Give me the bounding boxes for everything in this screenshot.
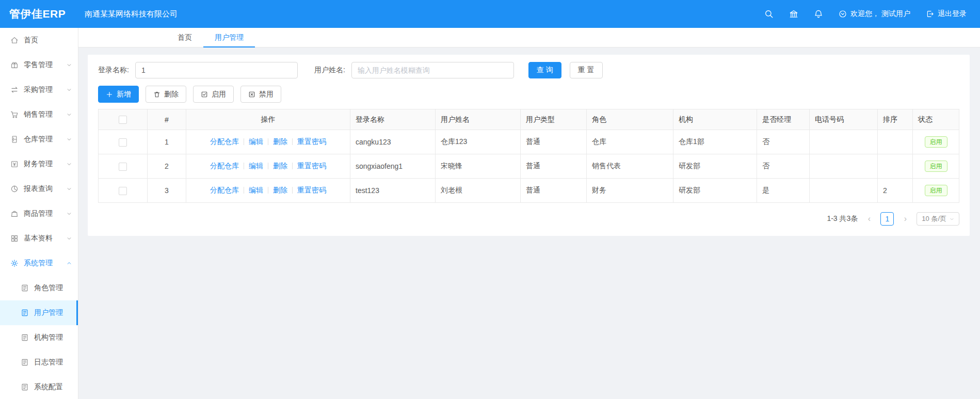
sidebar-item-org-mgmt[interactable]: 机构管理 [0,325,78,350]
chevron-down-icon [67,137,72,142]
select-all-checkbox[interactable] [119,116,127,124]
logout-label: 退出登录 [938,9,967,19]
edit-link[interactable]: 编辑 [249,137,263,146]
delete-button[interactable]: 删除 [146,86,186,103]
edit-link[interactable]: 编辑 [249,186,263,194]
cell-role: 销售代表 [587,154,673,179]
app-root: 管伊佳ERP 南通某某网络科技有限公司 欢迎您， 测试用户 [0,0,980,399]
chevron-down-icon [67,162,72,167]
sidebar-item-basic-data[interactable]: 基本资料 [0,226,78,251]
chevron-down-icon [67,62,72,68]
row-checkbox[interactable] [119,163,127,171]
table-row: 1 分配仓库编辑删除重置密码 cangku123 仓库123 普通 仓库 仓库1… [99,130,959,154]
sidebar-item-user-mgmt[interactable]: 用户管理 [0,300,78,325]
row-checkbox[interactable] [119,187,127,195]
page-size-select[interactable]: 10 条/页 [917,212,959,226]
trash-icon [153,91,160,98]
add-label: 新增 [117,90,131,99]
reset-password-link[interactable]: 重置密码 [297,186,326,194]
sidebar-item-label: 销售管理 [24,110,53,119]
bell-icon[interactable] [814,9,823,19]
chevron-down-icon [67,236,72,241]
welcome-text: 欢迎您， 测试用户 [850,9,910,19]
sidebar-item-log-mgmt[interactable]: 日志管理 [0,350,78,375]
edit-link[interactable]: 编辑 [249,162,263,170]
user-menu[interactable]: 欢迎您， 测试用户 [839,9,910,19]
cell-phone [810,179,878,203]
prev-page-button[interactable]: ‹ [863,212,875,226]
sidebar-item-sys-config[interactable]: 系统配置 [0,375,78,399]
assign-warehouse-link[interactable]: 分配仓库 [210,162,239,170]
tab-home[interactable]: 首页 [166,28,203,47]
search-icon[interactable] [764,9,774,19]
sidebar-item-purchase[interactable]: 采购管理 [0,77,78,102]
sidebar-item-sales[interactable]: 销售管理 [0,102,78,127]
cell-actions: 分配仓库编辑删除重置密码 [186,179,350,203]
cell-manager: 是 [757,179,810,203]
chevron-down-icon [67,211,72,216]
assign-warehouse-link[interactable]: 分配仓库 [210,137,239,146]
current-page-button[interactable]: 1 [880,212,894,226]
sidebar-item-reports[interactable]: 报表查询 [0,177,78,201]
tab-label: 用户管理 [215,33,244,42]
next-page-button[interactable]: › [899,212,911,226]
enable-button[interactable]: 启用 [193,86,234,103]
disable-button[interactable]: 禁用 [240,86,281,103]
warehouse-icon [10,135,19,143]
bank-icon[interactable] [789,9,798,19]
chevron-down-icon [67,112,72,117]
sidebar-item-role-mgmt[interactable]: 角色管理 [0,276,78,300]
search-button[interactable]: 查 询 [528,62,561,78]
page-content: 登录名称: 用户姓名: 查 询 重 置 新增 [78,47,980,399]
login-name-input[interactable] [135,62,298,78]
sidebar-item-products[interactable]: 商品管理 [0,201,78,226]
finance-icon [10,160,19,168]
row-checkbox[interactable] [119,138,127,147]
filter-row: 登录名称: 用户姓名: 查 询 重 置 [98,62,959,78]
reset-button[interactable]: 重 置 [570,62,603,78]
col-login: 登录名称 [350,109,436,130]
sidebar-item-warehouse[interactable]: 仓库管理 [0,127,78,152]
sidebar-item-label: 日志管理 [34,358,63,367]
cell-type: 普通 [521,130,587,154]
cell-role: 仓库 [587,130,673,154]
purchase-icon [10,86,19,94]
sidebar-item-retail[interactable]: 零售管理 [0,53,78,77]
user-name-input[interactable] [351,62,514,78]
cell-phone [810,154,878,179]
disable-label: 禁用 [259,90,274,99]
assign-warehouse-link[interactable]: 分配仓库 [210,186,239,194]
sidebar-item-finance[interactable]: 财务管理 [0,152,78,177]
delete-link[interactable]: 删除 [273,186,287,194]
cell-manager: 否 [757,154,810,179]
cell-index: 1 [148,130,186,154]
cell-sort [878,154,913,179]
status-badge: 启用 [925,136,947,148]
sidebar-item-system[interactable]: 系统管理 [0,251,78,276]
user-name-label: 用户姓名: [314,66,345,75]
tab-user-mgmt[interactable]: 用户管理 [203,28,255,47]
cell-sort: 2 [878,179,913,203]
chevron-up-icon [67,261,72,266]
logout-button[interactable]: 退出登录 [926,9,967,19]
delete-label: 删除 [164,90,179,99]
table-header-row: # 操作 登录名称 用户姓名 用户类型 角色 机构 是否经理 电话号码 排序 状 [99,109,959,130]
cell-actions: 分配仓库编辑删除重置密码 [186,130,350,154]
plus-icon [106,91,113,98]
cell-index: 3 [148,179,186,203]
chevron-down-icon [950,217,954,221]
reset-password-link[interactable]: 重置密码 [297,137,326,146]
add-button[interactable]: 新增 [98,86,139,103]
cell-login: cangku123 [350,130,436,154]
col-org: 机构 [673,109,757,130]
document-icon [21,333,29,342]
check-square-icon [201,91,208,98]
col-actions: 操作 [186,109,350,130]
reset-password-link[interactable]: 重置密码 [297,162,326,170]
delete-link[interactable]: 删除 [273,162,287,170]
app-logo: 管伊佳ERP [0,7,76,21]
top-header: 管伊佳ERP 南通某某网络科技有限公司 欢迎您， 测试用户 [0,0,980,28]
delete-link[interactable]: 删除 [273,137,287,146]
main-area: 首页 用户管理 登录名称: 用户姓名: 查 询 重 置 [78,28,980,399]
sidebar-item-home[interactable]: 首页 [0,28,78,53]
